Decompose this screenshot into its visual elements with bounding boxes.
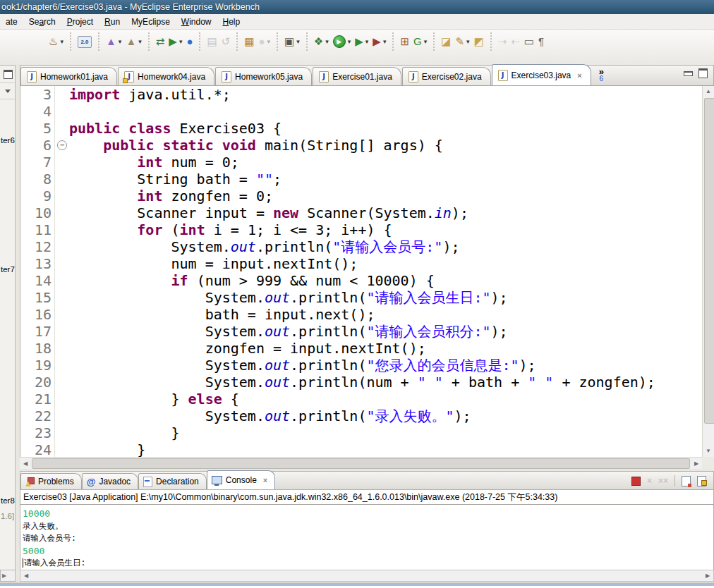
- code-text: if (num > 999 && num < 10000) {: [69, 272, 435, 289]
- dropdown-arrow-icon[interactable]: ▾: [119, 38, 122, 45]
- menu-item-ate[interactable]: ate: [0, 16, 23, 28]
- debug-button[interactable]: ❖▾: [312, 33, 331, 50]
- new-report-wizard-button[interactable]: ▲▾: [123, 33, 143, 50]
- editor-tab-homework01-java[interactable]: JHomework01.java: [20, 67, 117, 85]
- code-segment: (num > 999 && num < 10000) {: [188, 272, 435, 289]
- menu-access-key: R: [104, 17, 111, 27]
- mark-occurrences-button[interactable]: ▭: [522, 33, 536, 50]
- console-horizontal-scrollbar[interactable]: ◀ ▶: [20, 570, 714, 582]
- view-menu-chevron-icon[interactable]: [5, 90, 11, 93]
- export-button[interactable]: ◩: [472, 33, 486, 50]
- next-annotation-button: ⇢: [496, 33, 509, 50]
- line-number: 21: [20, 391, 54, 408]
- scroll-right-icon[interactable]: ▶: [691, 460, 702, 467]
- dropdown-arrow-icon[interactable]: ▾: [267, 38, 271, 45]
- run-history-button[interactable]: ▶▾: [353, 33, 370, 50]
- new-web-project-button[interactable]: ▲▾: [104, 33, 123, 50]
- dropdown-arrow-icon[interactable]: ▾: [325, 38, 329, 45]
- show-whitespace-button[interactable]: ¶: [536, 33, 546, 50]
- scroll-left-icon[interactable]: ◀: [20, 460, 31, 467]
- dropdown-arrow-icon[interactable]: ▾: [383, 38, 387, 45]
- tab-label: Homework04.java: [138, 72, 205, 82]
- code-segment: .println(: [256, 238, 332, 255]
- console-tab-javadoc[interactable]: @Javadoc: [82, 473, 138, 489]
- scroll-up-icon[interactable]: ▲: [703, 86, 714, 97]
- scroll-left-icon[interactable]: ◀: [20, 572, 32, 579]
- code-text: bath = input.next();: [69, 306, 375, 323]
- dropdown-arrow-icon[interactable]: ▾: [365, 38, 369, 45]
- code-text: Scanner input = new Scanner(System.in);: [69, 204, 468, 221]
- terminate-button[interactable]: [631, 477, 641, 486]
- console-tab-declaration[interactable]: Declaration: [138, 473, 207, 489]
- scroll-lock-button[interactable]: [697, 476, 706, 486]
- dropdown-arrow-icon[interactable]: ▾: [138, 38, 142, 45]
- minimize-icon[interactable]: [684, 71, 693, 76]
- new-wizard-button[interactable]: ♨▾: [47, 33, 66, 50]
- tab-label: Exercise02.java: [422, 72, 482, 82]
- fold-margin: [54, 221, 69, 238]
- web-browser-button[interactable]: ●: [184, 33, 195, 50]
- scroll-down-icon[interactable]: ▼: [703, 446, 714, 457]
- editor-tab-homework04-java[interactable]: JHomework04.java: [118, 67, 214, 85]
- editor-horizontal-scrollbar[interactable]: ◀ ▶: [20, 457, 702, 469]
- close-tab-icon[interactable]: ×: [577, 71, 581, 80]
- new-java-ee-button[interactable]: ⊞: [398, 33, 411, 50]
- scroll-right-icon[interactable]: ▶: [702, 572, 713, 579]
- menu-item-window[interactable]: Window: [176, 16, 217, 28]
- restore-view-icon[interactable]: [4, 70, 13, 79]
- maximize-icon[interactable]: [698, 68, 708, 78]
- import-button[interactable]: ◪: [439, 33, 453, 50]
- console-tab-problems[interactable]: Problems: [20, 473, 82, 489]
- fold-collapse-icon[interactable]: −: [57, 140, 67, 150]
- console-tab-console[interactable]: Console×: [207, 470, 275, 489]
- scrollbar-thumb[interactable]: [32, 458, 690, 469]
- code-area[interactable]: 3import java.util.*;45public class Exerc…: [20, 86, 702, 457]
- code-segment: }: [69, 424, 180, 441]
- menu-item-run[interactable]: Run: [99, 16, 126, 28]
- close-tab-icon[interactable]: ×: [263, 476, 267, 484]
- scroll-right-icon[interactable]: ▶: [2, 572, 6, 579]
- external-tools-button[interactable]: ▶▾: [370, 33, 388, 50]
- screenshot-button[interactable]: ▣▾: [282, 33, 302, 50]
- fold-margin: [54, 255, 69, 272]
- java-file-icon: J: [27, 71, 37, 82]
- console-output[interactable]: 10000录入失败。请输入会员号:5000请输入会员生日:: [20, 505, 714, 570]
- dropdown-arrow-icon[interactable]: ▾: [296, 38, 300, 45]
- dropdown-arrow-icon[interactable]: ▾: [424, 38, 428, 45]
- annotate-pen-button[interactable]: ✎▾: [453, 33, 471, 50]
- dropdown-arrow-icon[interactable]: ▾: [348, 38, 351, 45]
- dropdown-arrow-icon[interactable]: ▾: [60, 38, 63, 45]
- editor-tab-homework05-java[interactable]: JHomework05.java: [215, 67, 312, 85]
- line-number: 20: [20, 374, 54, 391]
- clear-console-button[interactable]: [682, 476, 691, 486]
- console-line: 录入失败。: [23, 520, 713, 533]
- editor-tab-exercise02-java[interactable]: JExercise02.java: [402, 67, 491, 85]
- panel-menu-row: [0, 83, 15, 99]
- editor-vertical-scrollbar[interactable]: ▲ ▼: [702, 86, 714, 457]
- menu-item-search[interactable]: Search: [23, 16, 61, 28]
- menu-access-key: P: [67, 17, 73, 27]
- code-segment: main(String[] args) {: [256, 137, 443, 154]
- run-server-button[interactable]: ▶▾: [167, 33, 184, 50]
- toolbar-group: ♨▾: [42, 32, 70, 51]
- code-text: System.out.println("您录入的会员信息是:");: [69, 357, 536, 374]
- fold-margin: [54, 204, 69, 221]
- dropdown-arrow-icon[interactable]: ▾: [179, 38, 183, 45]
- code-segment: String bath =: [69, 171, 256, 188]
- menu-item-myeclipse[interactable]: MyEclipse: [126, 16, 176, 28]
- line-number: 12: [20, 238, 54, 255]
- tab-overflow-button[interactable]: » 6: [599, 68, 604, 85]
- scrollbar-thumb[interactable]: [704, 98, 714, 424]
- editor-tab-exercise01-java[interactable]: JExercise01.java: [313, 67, 401, 85]
- myeclipse-web20-button[interactable]: 2.0: [75, 33, 94, 50]
- dropdown-arrow-icon[interactable]: ▾: [466, 38, 470, 45]
- menu-item-help[interactable]: Help: [217, 16, 246, 28]
- generate-button[interactable]: G▾: [411, 33, 429, 50]
- code-segment: int: [137, 188, 162, 204]
- deploy-project-button[interactable]: ⇄: [154, 33, 167, 50]
- left-panel-scroll[interactable]: ▶: [0, 570, 16, 582]
- run-button[interactable]: ▶▾: [331, 33, 353, 50]
- new-report-button[interactable]: ▦: [242, 33, 256, 50]
- menu-item-project[interactable]: Project: [61, 16, 99, 28]
- editor-tab-exercise03-java[interactable]: JExercise03.java×: [492, 64, 591, 85]
